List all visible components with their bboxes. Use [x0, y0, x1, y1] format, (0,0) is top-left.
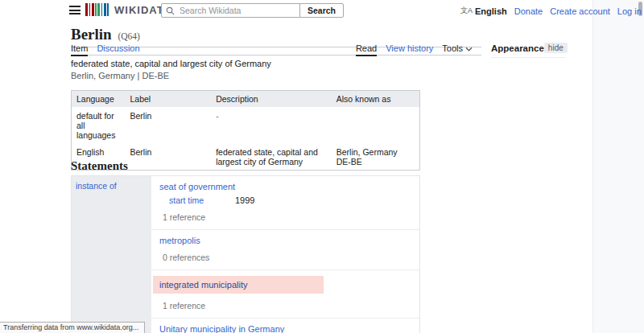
claims-list: seat of government start time 1999 1 ref… — [151, 176, 419, 333]
claim-row: Unitary municipality in Germany 1 refere… — [151, 319, 419, 333]
entity-description: federated state, capital and largest cit… — [71, 60, 271, 68]
cell-label: Berlin — [125, 107, 211, 143]
appearance-title: Appearance — [491, 43, 544, 53]
tab-read[interactable]: Read — [356, 43, 377, 56]
header-user-links: 文A English Donate Create account Log in — [460, 6, 642, 16]
property-link-instance-of[interactable]: instance of — [76, 181, 117, 191]
entity-aliases: Berlin, Germany | DE-BE — [71, 72, 271, 80]
claim-value-link[interactable]: integrated municipality — [159, 280, 247, 290]
wikidata-logo-barcode-icon — [85, 3, 109, 16]
page-title: Berlin — [71, 26, 112, 43]
table-row: default for all languages Berlin - — [72, 107, 420, 143]
browser-status-bar: Transferring data from www.wikidata.org.… — [0, 322, 145, 333]
statement-group-instance-of: instance of seat of government start tim… — [71, 175, 420, 333]
tab-item[interactable]: Item — [71, 43, 88, 56]
language-icon: 文A — [460, 6, 473, 16]
column-header-language: Language — [72, 91, 126, 108]
cell-language: default for all languages — [72, 107, 126, 143]
wikidata-logo[interactable]: WIKIDATA — [85, 3, 171, 16]
alias: Berlin, Germany — [336, 147, 415, 157]
entity-id: (Q64) — [118, 31, 139, 41]
tools-label: Tools — [442, 43, 463, 53]
references-toggle[interactable]: 0 references — [163, 253, 413, 262]
terms-table: Language Label Description Also known as… — [71, 90, 420, 171]
references-toggle[interactable]: 1 reference — [163, 301, 413, 310]
column-header-description: Description — [211, 91, 332, 108]
tab-discussion[interactable]: Discussion — [97, 43, 139, 56]
cell-description: - — [211, 107, 332, 143]
cell-label: Berlin — [125, 143, 211, 171]
chevron-down-icon — [465, 47, 473, 51]
page-tabs: Item Discussion Read View history Tools — [71, 43, 481, 56]
search-input[interactable] — [161, 3, 300, 18]
claim-row: seat of government start time 1999 1 ref… — [151, 176, 419, 230]
alias: DE-BE — [336, 157, 415, 166]
cell-also-known-as: Berlin, Germany DE-BE — [332, 143, 420, 171]
statements-heading: Statements — [71, 159, 128, 173]
search-bar: Search — [161, 3, 344, 18]
tab-view-history[interactable]: View history — [386, 43, 433, 56]
claim-value-link[interactable]: Unitary municipality in Germany — [159, 324, 284, 333]
appearance-panel: Appearance hide — [491, 43, 566, 58]
language-selector[interactable]: 文A English — [460, 6, 507, 16]
claim-row: metropolis 0 references — [151, 230, 419, 270]
language-label: English — [475, 6, 507, 16]
claim-highlight-band: integrated municipality — [153, 276, 324, 294]
donate-link[interactable]: Donate — [514, 6, 543, 16]
column-header-also-known-as: Also known as — [332, 91, 420, 108]
main-menu-icon[interactable] — [69, 6, 80, 14]
search-button[interactable]: Search — [299, 3, 344, 18]
claim-value-link[interactable]: metropolis — [159, 236, 200, 245]
appearance-hide-button[interactable]: hide — [544, 43, 568, 53]
claim-qualifier: start time 1999 — [169, 195, 413, 205]
entity-description-block: federated state, capital and largest cit… — [71, 60, 271, 80]
create-account-link[interactable]: Create account — [550, 6, 610, 16]
cell-description: federated state, capital and largest cit… — [211, 143, 332, 171]
property-cell: instance of — [72, 176, 151, 333]
column-header-label: Label — [125, 91, 211, 108]
qualifier-value: 1999 — [235, 195, 254, 205]
log-in-link[interactable]: Log in — [617, 6, 642, 16]
top-bar: WIKIDATA Search 文A English Donate Create… — [0, 0, 592, 21]
page-right-gutter — [592, 0, 644, 333]
cell-also-known-as — [332, 107, 420, 143]
terms-table-header-row: Language Label Description Also known as — [72, 91, 420, 108]
search-icon — [166, 6, 175, 15]
claim-row-highlighted: integrated municipality 1 reference — [151, 270, 419, 319]
claim-value-link[interactable]: seat of government — [159, 182, 235, 191]
tab-tools-menu[interactable]: Tools — [442, 43, 473, 56]
qualifier-property-link[interactable]: start time — [169, 195, 235, 205]
references-toggle[interactable]: 1 reference — [163, 212, 413, 222]
